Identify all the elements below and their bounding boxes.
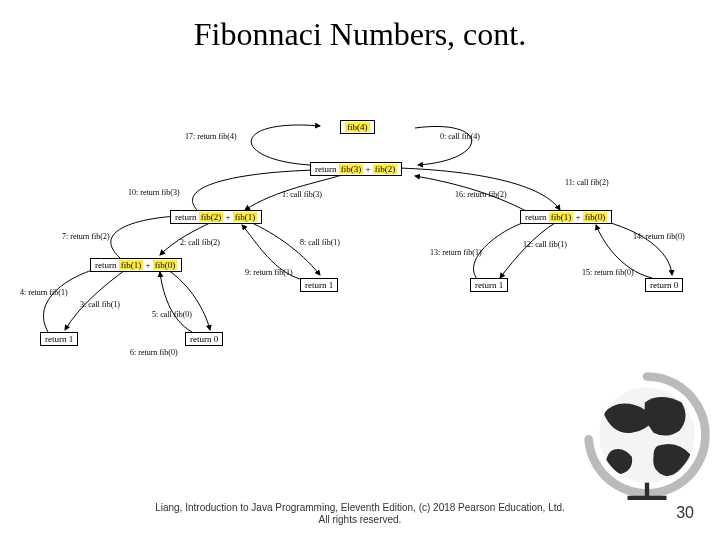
- node-return-1-a: return 1: [40, 332, 78, 346]
- mid: +: [223, 212, 233, 222]
- footer-line-2: All rights reserved.: [319, 514, 402, 525]
- footer-line-1: Liang, Introduction to Java Programming,…: [155, 502, 565, 513]
- txt: return 1: [475, 280, 503, 290]
- step-14: 14: return fib(0): [633, 232, 685, 241]
- hl2: fib(1): [233, 212, 258, 222]
- step-16: 16: return fib(2): [455, 190, 507, 199]
- node-return-fib1-plus-fib0-right: return fib(1) + fib(0): [520, 210, 612, 224]
- mid: +: [363, 164, 373, 174]
- hl1: fib(3): [339, 164, 364, 174]
- step-12: 12: call fib(1): [523, 240, 567, 249]
- hl1: fib(1): [549, 212, 574, 222]
- step-17: 17: return fib(4): [185, 132, 237, 141]
- step-13: 13: return fib(1): [430, 248, 482, 257]
- step-10: 10: return fib(3): [128, 188, 180, 197]
- step-4: 4: return fib(1): [20, 288, 68, 297]
- txt: return: [95, 260, 119, 270]
- hl2: fib(0): [583, 212, 608, 222]
- slide-title: Fibonnaci Numbers, cont.: [0, 16, 720, 53]
- txt: return 0: [650, 280, 678, 290]
- hl2: fib(0): [153, 260, 178, 270]
- step-6: 6: return fib(0): [130, 348, 178, 357]
- hl1: fib(2): [199, 212, 224, 222]
- node-fib4: fib(4): [340, 120, 375, 134]
- arrows: [20, 120, 700, 380]
- recursion-tree-diagram: fib(4) return fib(3) + fib(2) return fib…: [20, 120, 700, 380]
- node-return-1-c: return 1: [470, 278, 508, 292]
- step-7: 7: return fib(2): [62, 232, 110, 241]
- step-5: 5: call fib(0): [152, 310, 192, 319]
- node-return-0-a: return 0: [185, 332, 223, 346]
- step-3: 3: call fib(1): [80, 300, 120, 309]
- mid: +: [573, 212, 583, 222]
- globe-icon: [582, 370, 712, 500]
- txt: return 1: [305, 280, 333, 290]
- step-1: 1: call fib(3): [282, 190, 322, 199]
- node-return-0-b: return 0: [645, 278, 683, 292]
- node-fib4-hl: fib(4): [345, 122, 370, 132]
- step-0: 0: call fib(4): [440, 132, 480, 141]
- node-return-fib1-plus-fib0-left: return fib(1) + fib(0): [90, 258, 182, 272]
- txt: return: [175, 212, 199, 222]
- node-return-1-b: return 1: [300, 278, 338, 292]
- step-9: 9: return fib(1): [245, 268, 293, 277]
- footer: Liang, Introduction to Java Programming,…: [0, 502, 720, 526]
- step-15: 15: return fib(0): [582, 268, 634, 277]
- step-2: 2: call fib(2): [180, 238, 220, 247]
- txt: return: [315, 164, 339, 174]
- txt: return 1: [45, 334, 73, 344]
- txt: return 0: [190, 334, 218, 344]
- step-8: 8: call fib(1): [300, 238, 340, 247]
- step-11: 11: call fib(2): [565, 178, 609, 187]
- node-return-fib3-plus-fib2: return fib(3) + fib(2): [310, 162, 402, 176]
- txt: return: [525, 212, 549, 222]
- hl2: fib(2): [373, 164, 398, 174]
- hl1: fib(1): [119, 260, 144, 270]
- page-number: 30: [676, 504, 694, 522]
- mid: +: [143, 260, 153, 270]
- node-return-fib2-plus-fib1: return fib(2) + fib(1): [170, 210, 262, 224]
